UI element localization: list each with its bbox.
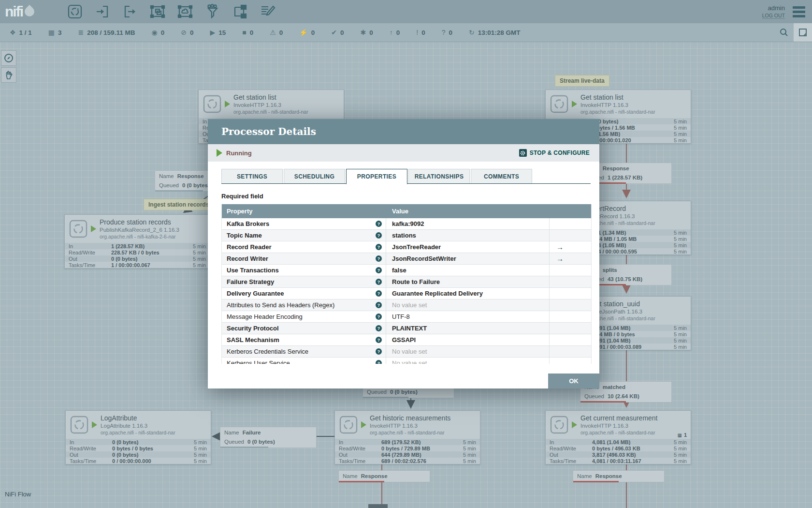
help-icon[interactable]: ? [376, 290, 382, 297]
remote-process-group-icon[interactable] [177, 3, 193, 20]
processor-title: Get current measurement [580, 414, 658, 422]
processor-get-historic-measurements[interactable]: Get historic measurementsInvokeHTTP 1.16… [334, 410, 480, 464]
output-port-icon[interactable] [122, 3, 138, 20]
running-icon [91, 225, 96, 232]
process-group-icon[interactable] [149, 3, 166, 20]
compass-icon [4, 53, 14, 63]
processor-icon [550, 95, 568, 115]
processor-type: PublishKafkaRecord_2_6 1.16.3 [100, 227, 179, 233]
label-icon[interactable] [260, 3, 276, 20]
help-icon[interactable]: ? [376, 232, 382, 239]
status-running: ▶15 [210, 29, 226, 36]
property-value[interactable]: Route to Failure [392, 278, 440, 285]
processor-produce-station-records[interactable]: Produce station recordsPublishKafkaRecor… [64, 214, 210, 269]
property-name: Message Header Encoding [227, 313, 303, 320]
processor-title: Get station list [233, 93, 276, 101]
funnel-icon[interactable] [204, 3, 221, 20]
property-row[interactable]: Message Header Encoding?UTF-8 [222, 311, 591, 323]
canvas-label-ingest-station-records[interactable]: Ingest station records [144, 199, 214, 210]
property-name: Topic Name [227, 232, 262, 239]
status-locally-modified: ✱0 [361, 29, 373, 36]
property-row[interactable]: Record Writer?JsonRecordSetWriter→ [222, 253, 591, 265]
status-not-transmitting: ⊘0 [181, 29, 193, 36]
property-value[interactable]: JsonRecordSetWriter [392, 255, 456, 262]
processor-icon [203, 95, 221, 115]
property-row[interactable]: Record Reader?JsonTreeReader→ [222, 241, 591, 253]
processor-icon [70, 416, 88, 436]
search-button[interactable] [774, 23, 794, 42]
property-row[interactable]: Kafka Brokers?kafka:9092 [222, 218, 591, 230]
canvas-label-stream-live-data[interactable]: Stream live-data [555, 75, 609, 87]
property-value[interactable]: UTF-8 [392, 313, 410, 320]
processor-icon[interactable] [67, 3, 83, 20]
help-icon[interactable]: ? [376, 325, 382, 331]
go-to-service-icon[interactable]: → [556, 243, 564, 251]
property-row[interactable]: Kerberos Credentials Service?No value se… [222, 346, 591, 358]
birdseye-toggle-button[interactable] [794, 23, 812, 42]
property-value[interactable]: PLAINTEXT [392, 325, 427, 332]
help-icon[interactable]: ? [376, 221, 382, 227]
property-value[interactable]: kafka:9092 [392, 220, 424, 227]
input-port-icon[interactable] [94, 3, 111, 20]
navigate-palette-button[interactable] [1, 50, 16, 66]
app-header: nifi admin LOG OUT [0, 0, 812, 23]
property-row[interactable]: Kerberos User Service?No value set [222, 358, 591, 364]
connection-label-failure[interactable]: NameFailureQueued0 (0 bytes) [220, 427, 317, 448]
property-row[interactable]: Security Protocol?PLAINTEXT [222, 323, 591, 334]
help-icon[interactable]: ? [376, 337, 382, 343]
logout-link[interactable]: LOG OUT [762, 13, 785, 19]
processor-badge: ▦1 [677, 432, 687, 438]
processor-stat-row: Read/Write0 bytes / 496.03 KB5 min [546, 445, 691, 451]
property-row[interactable]: Use Transactions?false [222, 265, 591, 276]
processor-stat-row: Read/Write0 bytes / 729.89 MB5 min [335, 445, 480, 451]
help-icon[interactable]: ? [376, 302, 382, 308]
go-to-service-icon[interactable]: → [556, 254, 564, 263]
property-row[interactable]: Attributes to Send as Headers (Regex)?No… [222, 299, 591, 311]
tab-settings[interactable]: SETTINGS [221, 169, 283, 184]
property-value[interactable]: No value set [392, 359, 427, 364]
invalid-icon: ⚠ [270, 29, 276, 36]
property-value[interactable]: No value set [392, 301, 427, 309]
help-icon[interactable]: ? [376, 314, 382, 320]
property-value[interactable]: Guarantee Replicated Delivery [392, 290, 483, 297]
properties-table-header: Property Value [222, 204, 591, 218]
connection-label-response-bottom-center[interactable]: NameResponse [338, 470, 430, 482]
help-icon[interactable]: ? [376, 279, 382, 285]
property-row[interactable]: Delivery Guarantee?Guarantee Replicated … [222, 288, 591, 299]
property-row[interactable]: Topic Name?stations [222, 230, 591, 241]
help-icon[interactable]: ? [376, 348, 382, 355]
tab-scheduling[interactable]: SCHEDULING [284, 169, 345, 184]
partially-visible-component [368, 504, 388, 508]
running-icon [92, 421, 97, 428]
help-icon[interactable]: ? [376, 267, 382, 273]
status-cluster: ❖1 / 1 [10, 29, 32, 36]
global-menu-button[interactable] [793, 6, 805, 17]
tab-comments[interactable]: COMMENTS [471, 169, 532, 184]
help-icon[interactable]: ? [376, 244, 382, 250]
property-value[interactable]: JsonTreeReader [392, 243, 441, 251]
property-value[interactable]: stations [392, 232, 416, 239]
property-value[interactable]: No value set [392, 348, 427, 355]
hamburger-icon [793, 6, 805, 9]
operate-palette-button[interactable] [1, 67, 16, 83]
breadcrumb[interactable]: NiFi Flow [5, 491, 31, 498]
processor-log-attribute[interactable]: LogAttributeLogAttribute 1.16.3org.apach… [65, 410, 211, 464]
value-column-header: Value [386, 208, 550, 215]
ok-button[interactable]: OK [548, 374, 599, 388]
template-icon[interactable] [232, 3, 248, 20]
property-value[interactable]: GSSAPI [392, 336, 416, 344]
tab-relationships[interactable]: RELATIONSHIPS [408, 169, 470, 184]
connection-label-response-bottom-right[interactable]: NameResponse [573, 470, 665, 482]
property-row[interactable]: Failure Strategy?Route to Failure [222, 276, 591, 288]
stop-and-configure-button[interactable]: STOP & CONFIGURE [519, 149, 590, 157]
nifi-logo: nifi [5, 0, 58, 23]
property-value[interactable]: false [392, 267, 406, 274]
processor-title: LogAttribute [101, 414, 137, 422]
processor-stat-row: In4,081 (1.04 MB)5 min [546, 439, 691, 445]
help-icon[interactable]: ? [376, 255, 382, 262]
property-row[interactable]: SASL Mechanism?GSSAPI [222, 334, 591, 346]
tab-properties[interactable]: PROPERTIES [346, 169, 407, 184]
help-icon[interactable]: ? [376, 360, 382, 364]
processor-get-current-measurement[interactable]: Get current measurementInvokeHTTP 1.16.3… [545, 410, 691, 464]
property-name: Record Writer [227, 255, 268, 262]
